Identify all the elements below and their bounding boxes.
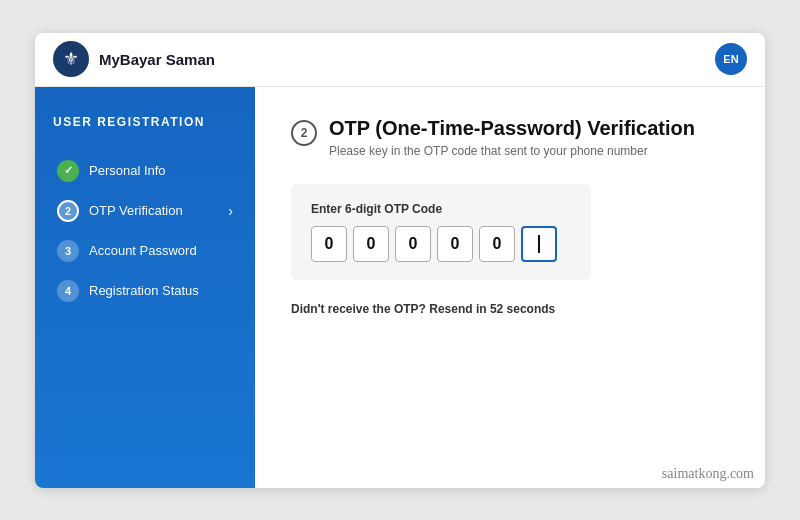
step4-badge: 4 [57,280,79,302]
step-subtitle: Please key in the OTP code that sent to … [329,144,695,158]
resend-text: Didn't receive the OTP? Resend in 52 sec… [291,302,729,316]
otp-digit-4[interactable]: 0 [437,226,473,262]
step2-badge: 2 [57,200,79,222]
step4-label: Registration Status [89,283,199,298]
main-content: 2 OTP (One-Time-Password) Verification P… [255,87,765,488]
sidebar-item-account-password[interactable]: 3 Account Password [53,231,237,271]
step3-label: Account Password [89,243,197,258]
step-title-block: OTP (One-Time-Password) Verification Ple… [329,117,695,158]
sidebar-item-personal-info[interactable]: ✓ Personal Info [53,151,237,191]
otp-digit-1[interactable]: 0 [311,226,347,262]
step-header: 2 OTP (One-Time-Password) Verification P… [291,117,729,158]
logo: ⚜ [53,41,89,77]
header: ⚜ MyBayar Saman EN [35,33,765,87]
body: USER REGISTRATION ✓ Personal Info 2 OTP … [35,87,765,488]
step1-label: Personal Info [89,163,166,178]
sidebar: USER REGISTRATION ✓ Personal Info 2 OTP … [35,87,255,488]
otp-digit-2[interactable]: 0 [353,226,389,262]
sidebar-item-registration-status[interactable]: 4 Registration Status [53,271,237,311]
step2-arrow: › [228,203,233,219]
step1-badge: ✓ [57,160,79,182]
otp-digit-5[interactable]: 0 [479,226,515,262]
step2-label: OTP Verification [89,203,183,218]
step-title: OTP (One-Time-Password) Verification [329,117,695,140]
main-card: ⚜ MyBayar Saman EN USER REGISTRATION ✓ P… [35,33,765,488]
language-button[interactable]: EN [715,43,747,75]
sidebar-item-otp-verification[interactable]: 2 OTP Verification › [53,191,237,231]
logo-icon: ⚜ [63,50,79,68]
otp-digit-6[interactable] [521,226,557,262]
sidebar-title: USER REGISTRATION [53,115,237,129]
otp-label: Enter 6-digit OTP Code [311,202,571,216]
otp-digit-3[interactable]: 0 [395,226,431,262]
app-title: MyBayar Saman [99,51,215,68]
step-number: 2 [291,120,317,146]
step3-badge: 3 [57,240,79,262]
otp-inputs: 0 0 0 0 0 [311,226,571,262]
header-left: ⚜ MyBayar Saman [53,41,215,77]
otp-box: Enter 6-digit OTP Code 0 0 0 0 0 [291,184,591,280]
